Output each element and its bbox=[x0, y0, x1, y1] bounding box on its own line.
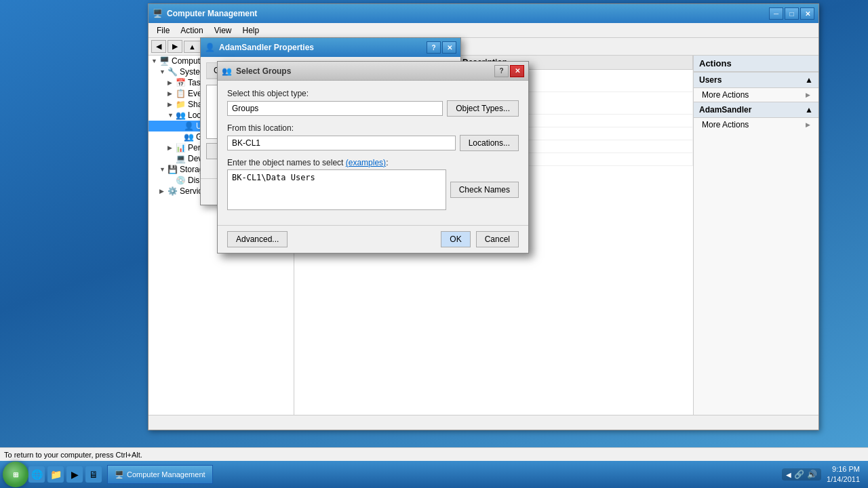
more-actions-arrow-adam: ▶ bbox=[806, 121, 810, 128]
bottom-statusbar: To return to your computer, press Ctrl+A… bbox=[0, 447, 868, 461]
toolbar-back[interactable]: ◀ bbox=[151, 40, 166, 53]
sg-examples-link[interactable]: (examples) bbox=[346, 158, 386, 167]
sg-object-type-input-row: Object Types... bbox=[227, 100, 519, 117]
actions-header: Actions bbox=[694, 56, 818, 72]
menubar: File Action View Help bbox=[149, 23, 818, 38]
sg-advanced-btn[interactable]: Advanced... bbox=[227, 231, 288, 247]
properties-title: AdamSandler Properties bbox=[219, 43, 314, 52]
ql-media-icon[interactable]: ▶ bbox=[66, 466, 83, 483]
window-controls: ─ □ ✕ bbox=[769, 7, 814, 20]
sg-names-label: Enter the object names to select (exampl… bbox=[227, 158, 519, 167]
tree-arrow-ts: ▶ bbox=[167, 79, 176, 86]
sg-help-btn[interactable]: ? bbox=[494, 65, 509, 77]
tree-icon-lug: 👥 bbox=[176, 110, 186, 120]
sg-check-names-btn[interactable]: Check Names bbox=[450, 182, 519, 198]
main-titlebar: 🖥️ Computer Management ─ □ ✕ bbox=[149, 4, 818, 23]
menu-help[interactable]: Help bbox=[237, 24, 265, 37]
adam-more-actions-label: More Actions bbox=[702, 120, 749, 129]
tree-icon-cm: 🖥️ bbox=[159, 56, 170, 66]
tree-arrow-sa: ▶ bbox=[159, 188, 167, 195]
sg-content: Select this object type: Object Types...… bbox=[218, 81, 528, 225]
users-more-actions[interactable]: More Actions ▶ bbox=[694, 88, 818, 102]
sg-object-types-btn[interactable]: Object Types... bbox=[447, 100, 519, 117]
sg-title: Select Groups bbox=[236, 66, 291, 76]
toolbar-up[interactable]: ▲ bbox=[184, 41, 201, 53]
ql-extra-icon[interactable]: 🖥 bbox=[85, 466, 102, 483]
ql-folder-icon[interactable]: 📁 bbox=[47, 466, 64, 483]
toolbar-forward[interactable]: ▶ bbox=[167, 40, 182, 53]
start-icon: ⊞ bbox=[13, 471, 18, 479]
taskbar-items: 🖥️ Computer Management bbox=[107, 465, 782, 484]
taskbar-item-label: Computer Management bbox=[127, 470, 205, 479]
select-groups-dialog: 👥 Select Groups ? ✕ Select this object t… bbox=[217, 61, 529, 253]
sg-names-row: Enter the object names to select (exampl… bbox=[227, 158, 519, 210]
tree-arrow-groups bbox=[176, 134, 184, 140]
sg-object-type-row: Select this object type: Object Types... bbox=[227, 89, 519, 117]
sg-object-type-label: Select this object type: bbox=[227, 89, 519, 98]
users-section-header: Users ▲ bbox=[694, 72, 818, 88]
collapse-users-icon[interactable]: ▲ bbox=[805, 75, 813, 85]
sg-locations-btn[interactable]: Locations... bbox=[460, 135, 519, 151]
taskbar-item-icon: 🖥️ bbox=[115, 470, 124, 479]
properties-icon: 👤 bbox=[205, 43, 215, 52]
main-window-title: Computer Management bbox=[167, 9, 257, 18]
tree-icon-ev: 📋 bbox=[176, 89, 186, 98]
desktop: 🖥️ Computer Management ─ □ ✕ File Action… bbox=[0, 0, 868, 461]
sg-ok-btn[interactable]: OK bbox=[441, 231, 470, 247]
tree-icon-users: 👤 bbox=[184, 121, 195, 131]
tree-arrow-lug: ▼ bbox=[167, 112, 176, 119]
statusbar bbox=[149, 415, 818, 430]
menu-view[interactable]: View bbox=[209, 24, 237, 37]
menu-action[interactable]: Action bbox=[175, 24, 208, 37]
tree-arrow-disk bbox=[167, 177, 176, 184]
sg-location-label: From this location: bbox=[227, 123, 519, 133]
menu-file[interactable]: File bbox=[151, 24, 175, 37]
taskbar-computer-mgmt[interactable]: 🖥️ Computer Management bbox=[107, 465, 213, 484]
tree-icon-sf: 📁 bbox=[176, 100, 186, 109]
clock[interactable]: 9:16 PM 1/14/2011 bbox=[821, 464, 865, 485]
adam-section-label: AdamSandler bbox=[699, 105, 751, 115]
properties-help-btn[interactable]: ? bbox=[427, 41, 441, 54]
tree-arrow-perf: ▶ bbox=[167, 144, 176, 151]
tree-arrow-sf: ▶ bbox=[167, 101, 176, 108]
taskbar: ⊞ 🌐 📁 ▶ 🖥 🖥️ Computer Management ◀ 🔗 🔊 9… bbox=[0, 461, 868, 488]
adam-more-actions[interactable]: More Actions ▶ bbox=[694, 118, 818, 131]
sg-names-input-row: BK-CL1\Data Users Check Names bbox=[227, 169, 519, 210]
maximize-button[interactable]: □ bbox=[785, 7, 799, 20]
main-window-icon: 🖥️ bbox=[153, 9, 163, 18]
tree-arrow-storage: ▼ bbox=[159, 166, 167, 173]
tree-icon-storage: 💾 bbox=[167, 165, 178, 174]
more-actions-arrow-users: ▶ bbox=[806, 92, 810, 98]
start-button[interactable]: ⊞ bbox=[3, 462, 28, 487]
properties-close-btn[interactable]: ✕ bbox=[442, 41, 456, 54]
minimize-button[interactable]: ─ bbox=[769, 7, 783, 20]
tree-icon-sa: ⚙️ bbox=[167, 186, 178, 196]
sg-object-type-input[interactable] bbox=[227, 101, 443, 116]
actions-panel: Actions Users ▲ More Actions ▶ AdamSandl… bbox=[693, 56, 818, 430]
close-button[interactable]: ✕ bbox=[800, 7, 814, 20]
tree-arrow-dm bbox=[167, 155, 176, 162]
users-more-actions-label: More Actions bbox=[702, 90, 749, 100]
tray-arrow[interactable]: ◀ bbox=[786, 471, 791, 479]
tree-icon-perf: 📊 bbox=[176, 143, 186, 152]
users-section-label: Users bbox=[699, 75, 722, 85]
tree-arrow-cm: ▼ bbox=[151, 58, 159, 64]
sg-names-textarea[interactable]: BK-CL1\Data Users bbox=[227, 169, 446, 210]
sg-cancel-btn[interactable]: Cancel bbox=[476, 231, 519, 247]
collapse-adam-icon[interactable]: ▲ bbox=[805, 105, 813, 115]
properties-controls: ? ✕ bbox=[427, 41, 456, 54]
tray-icons: ◀ 🔗 🔊 bbox=[782, 468, 821, 481]
sg-location-input[interactable] bbox=[227, 136, 456, 150]
sg-close-btn[interactable]: ✕ bbox=[510, 65, 524, 77]
ql-ie-icon[interactable]: 🌐 bbox=[28, 466, 45, 483]
sg-footer: Advanced... OK Cancel bbox=[218, 225, 528, 253]
tree-icon-ts: 📅 bbox=[176, 78, 186, 87]
sg-location-input-row: Locations... bbox=[227, 135, 519, 151]
quick-launch: 🌐 📁 ▶ 🖥 bbox=[28, 466, 102, 483]
tree-arrow-st: ▼ bbox=[159, 68, 167, 75]
tree-icon-dm: 💻 bbox=[176, 154, 186, 163]
tray-sound-icon: 🔊 bbox=[807, 470, 817, 479]
adam-section-header: AdamSandler ▲ bbox=[694, 102, 818, 118]
sg-footer-right: OK Cancel bbox=[441, 231, 519, 247]
sg-location-row: From this location: Locations... bbox=[227, 123, 519, 151]
